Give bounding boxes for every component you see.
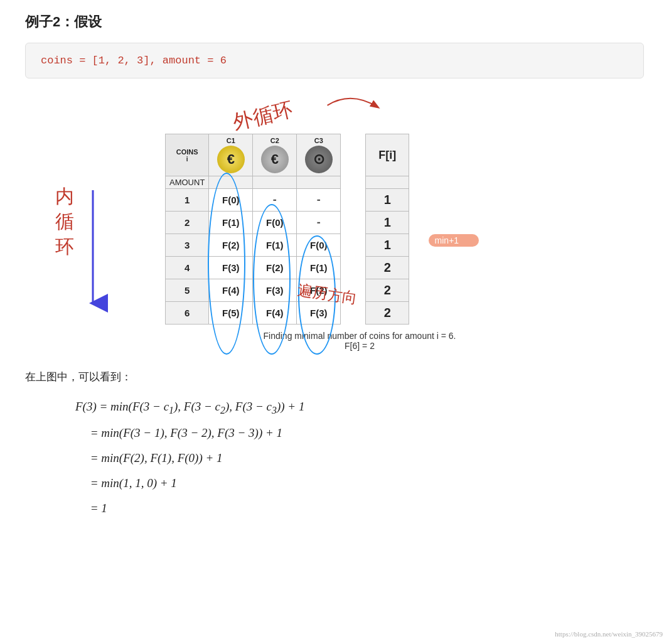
coin-c2-icon: €	[261, 146, 289, 173]
coin-table-container: COINS i C1 € C2 € C3 ⊙	[165, 134, 554, 351]
math-line: = min(F(2), F(1), F(0)) + 1	[75, 446, 644, 471]
math-line: = min(1, 1, 0) + 1	[75, 471, 644, 496]
diagram-area: 外循环 内 循 环	[25, 96, 644, 351]
svg-text:遍历方向: 遍历方向	[296, 282, 358, 306]
code-block: coins = [1, 2, 3], amount = 6	[25, 43, 644, 78]
math-line: = min(F(3 − 1), F(3 − 2), F(3 − 3)) + 1	[75, 421, 644, 446]
amount-label: AMOUNT	[166, 176, 209, 189]
table-row: 3F(2)F(1)F(0)1	[166, 234, 409, 257]
coin-c1-icon: €	[217, 146, 245, 173]
math-line: F(3) = min(F(3 − c1), F(3 − c2), F(3 − c…	[75, 394, 644, 421]
table-caption: Finding minimal number of coins for amou…	[165, 331, 554, 351]
diagram-wrapper: 外循环 内 循 环	[115, 96, 554, 351]
fi-header: F[i]	[366, 134, 409, 176]
outer-loop-annotation: 外循环	[226, 84, 356, 149]
svg-text:内: 内	[55, 186, 74, 207]
svg-text:循: 循	[55, 211, 74, 232]
math-lines: F(3) = min(F(3 − c1), F(3 − c2), F(3 − c…	[75, 394, 644, 521]
watermark: https://blog.csdn.net/weixin_39025679	[555, 630, 663, 638]
coin-c3-icon: ⊙	[305, 146, 333, 173]
coins-label: COINS i	[166, 134, 209, 176]
math-intro: 在上图中，可以看到：	[25, 370, 644, 384]
page-title: 例子2：假设	[25, 13, 644, 31]
min1-annotation: min+1	[429, 234, 479, 247]
table-row: 2F(1)F(0)-1	[166, 212, 409, 234]
table-row: 1F(0)--1	[166, 189, 409, 212]
svg-text:外循环: 外循环	[231, 98, 295, 134]
amount-header-row: AMOUNT	[166, 176, 409, 189]
svg-text:环: 环	[55, 236, 74, 257]
math-line: = 1	[75, 496, 644, 521]
math-section: 在上图中，可以看到： F(3) = min(F(3 − c1), F(3 − c…	[25, 370, 644, 521]
